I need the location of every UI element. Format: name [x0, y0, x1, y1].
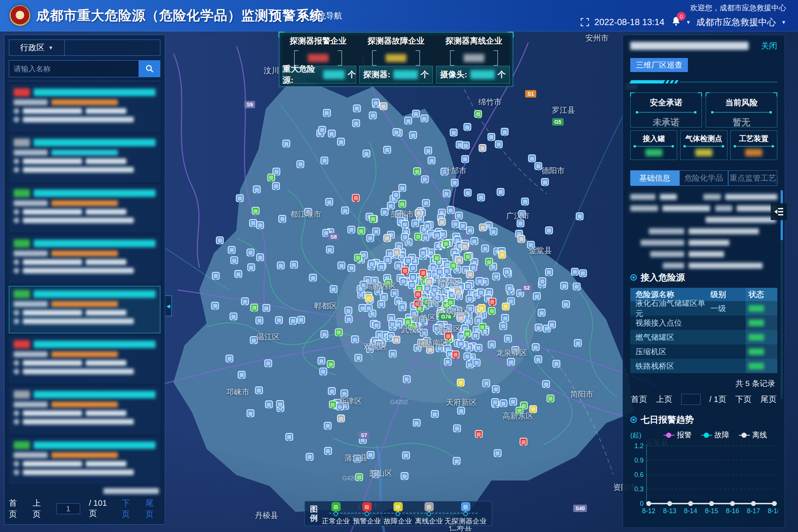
detail-page-prev[interactable]: 上页 [656, 394, 672, 405]
map-marker[interactable]: ▤ [419, 249, 427, 256]
page-prev-button[interactable]: 上页 [33, 498, 47, 520]
map-marker[interactable]: ▤ [482, 379, 490, 387]
map-marker[interactable]: ▤ [488, 298, 496, 306]
sidebar-collapse-handle[interactable]: ◀ [165, 296, 172, 316]
map-marker[interactable]: ▤ [463, 330, 471, 337]
map-marker[interactable]: ▤ [379, 102, 387, 110]
map-marker[interactable]: ▤ [534, 355, 542, 363]
map-marker[interactable]: ▤ [373, 321, 381, 329]
map-marker[interactable]: ▤ [347, 226, 355, 233]
map-marker[interactable]: ▤ [398, 200, 406, 208]
map-marker[interactable]: ▤ [553, 360, 560, 368]
map-marker[interactable]: ▤ [216, 236, 224, 244]
map-marker[interactable]: ▤ [415, 209, 423, 217]
page-first-button[interactable]: 首页 [9, 498, 24, 520]
map-marker[interactable]: ▤ [230, 256, 238, 264]
fullscreen-icon[interactable] [580, 18, 589, 27]
company-list-item[interactable] [9, 134, 160, 182]
map-marker[interactable]: ▤ [463, 123, 471, 131]
map-marker[interactable]: ▤ [494, 449, 501, 457]
map-marker[interactable]: ▤ [404, 257, 412, 265]
map-marker[interactable]: ▤ [464, 282, 472, 290]
map-marker[interactable]: ▤ [419, 269, 427, 277]
map-marker[interactable]: ▤ [297, 160, 304, 168]
map-marker[interactable]: ▤ [328, 130, 335, 137]
company-list-item[interactable] [9, 84, 160, 132]
map-marker[interactable]: ▤ [318, 126, 326, 134]
map-marker[interactable]: ▤ [387, 202, 395, 209]
map-marker[interactable]: ▤ [252, 207, 259, 215]
map-marker[interactable]: ▤ [335, 328, 342, 336]
map-marker[interactable]: ▤ [318, 357, 325, 365]
map-marker[interactable]: ▤ [236, 194, 243, 202]
map-marker[interactable]: ▤ [464, 253, 472, 260]
map-marker[interactable]: ▤ [353, 105, 361, 112]
map-marker[interactable]: ▤ [366, 234, 374, 242]
map-marker[interactable]: ▤ [461, 242, 469, 250]
map-marker[interactable]: ▤ [403, 375, 410, 383]
map-marker[interactable]: ▤ [372, 228, 380, 235]
chart-legend-item[interactable]: 报警 [664, 430, 692, 440]
map-marker[interactable]: ▤ [383, 146, 391, 154]
map-marker[interactable]: ▤ [344, 307, 352, 314]
page-next-button[interactable]: 下页 [122, 498, 136, 520]
map-marker[interactable]: ▤ [321, 330, 328, 338]
map-marker[interactable]: ▤ [253, 185, 261, 193]
map-marker[interactable]: ▤ [474, 110, 482, 118]
map-marker[interactable]: ▤ [478, 304, 485, 312]
map-marker[interactable]: ▤ [463, 352, 471, 360]
map-marker[interactable]: ▤ [476, 277, 484, 285]
map-marker[interactable]: ▤ [246, 409, 254, 417]
map-marker[interactable]: ▤ [412, 219, 419, 227]
company-list-item[interactable] [9, 336, 160, 383]
map-marker[interactable]: ▤ [326, 246, 334, 253]
map-marker[interactable]: ▤ [256, 317, 263, 324]
map-marker[interactable]: ▤ [477, 289, 485, 296]
company-list-item[interactable] [9, 286, 160, 333]
map-marker[interactable]: ▤ [368, 260, 376, 267]
map-marker[interactable]: ▤ [473, 359, 481, 366]
map-marker[interactable]: ▤ [348, 264, 355, 272]
map-marker[interactable]: ▤ [323, 109, 331, 117]
map-marker[interactable]: ▤ [431, 410, 439, 418]
map-marker[interactable]: ▤ [277, 262, 284, 269]
map-marker[interactable]: ▤ [491, 398, 499, 406]
map-marker[interactable]: ▤ [475, 430, 483, 438]
map-marker[interactable]: ▤ [369, 215, 377, 223]
map-marker[interactable]: ▤ [398, 184, 406, 192]
map-marker[interactable]: ▤ [415, 233, 422, 241]
map-marker[interactable]: ▤ [457, 379, 465, 386]
map-marker[interactable]: ▤ [345, 315, 353, 323]
detail-page-last[interactable]: 尾页 [760, 394, 777, 405]
map-marker[interactable]: ▤ [422, 233, 429, 241]
map-marker[interactable]: ▤ [574, 339, 582, 347]
page-last-button[interactable]: 尾页 [146, 498, 160, 520]
company-list-item[interactable] [9, 235, 160, 283]
table-row[interactable]: 铁路栈桥区 [630, 359, 777, 373]
map-marker[interactable]: ▤ [357, 227, 365, 235]
map-marker[interactable]: ▤ [401, 267, 409, 274]
map-marker[interactable]: ▤ [401, 220, 409, 228]
map-marker[interactable]: ▤ [485, 258, 493, 266]
map-marker[interactable]: ▤ [538, 277, 546, 285]
map-marker[interactable]: ▤ [487, 133, 495, 141]
map-marker[interactable]: ▤ [405, 117, 412, 125]
map-marker[interactable]: ▤ [562, 300, 570, 308]
map-marker[interactable]: ▤ [423, 222, 431, 229]
map-marker[interactable]: ▤ [573, 283, 580, 290]
map-marker[interactable]: ▤ [542, 380, 550, 388]
detail-page-input[interactable] [681, 394, 700, 405]
map-marker[interactable]: ▤ [420, 115, 428, 122]
map-marker[interactable]: ▤ [409, 264, 417, 272]
map-marker[interactable]: ▤ [560, 282, 568, 290]
map-marker[interactable]: ▤ [378, 300, 385, 308]
map-marker[interactable]: ▤ [321, 157, 328, 164]
map-marker[interactable]: ▤ [545, 226, 553, 234]
search-button[interactable] [139, 60, 160, 77]
map-marker[interactable]: ▤ [414, 290, 422, 298]
map-marker[interactable]: ▤ [413, 419, 420, 427]
map-marker[interactable]: ▤ [438, 218, 446, 226]
map-marker[interactable]: ▤ [479, 224, 487, 231]
map-marker[interactable]: ▤ [470, 237, 478, 245]
map-marker[interactable]: ▤ [264, 359, 272, 367]
